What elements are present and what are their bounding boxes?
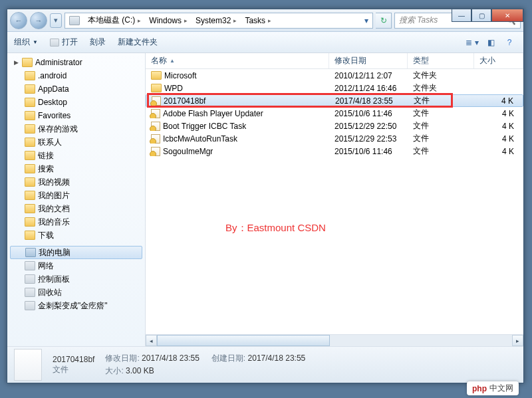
tree-item[interactable]: 我的电脑 <box>10 246 142 259</box>
folder-icon <box>25 231 35 240</box>
close-button[interactable]: ✕ <box>491 9 523 22</box>
col-date[interactable]: 修改日期 <box>329 53 408 68</box>
folder-icon <box>25 204 35 213</box>
file-row[interactable]: Adobe Flash Player Updater2015/10/6 11:4… <box>146 107 523 120</box>
tree-item[interactable]: Desktop <box>7 96 145 109</box>
file-list: 名称▲ 修改日期 类型 大小 Microsoft2010/12/11 2:07文… <box>146 53 523 346</box>
tree-item[interactable]: 金刺梨变成"金疙瘩" <box>7 299 145 312</box>
refresh-button[interactable]: ↻ <box>376 13 392 29</box>
tree-item-label: 我的音乐 <box>38 217 70 228</box>
details-file-icon <box>14 349 42 381</box>
nav-back-button[interactable]: ← <box>10 12 27 29</box>
tree-item[interactable]: 下载 <box>7 229 145 242</box>
watermark-text: By：Eastmount CSDN <box>225 222 326 235</box>
view-options-icon[interactable]: ≣ ▾ <box>465 36 479 49</box>
file-row[interactable]: Microsoft2010/12/11 2:07文件夹 <box>146 69 523 82</box>
addr-dropdown-icon[interactable]: ▾ <box>360 13 372 28</box>
tree-item[interactable]: 搜索 <box>7 162 145 175</box>
details-size-value: 3.00 KB <box>126 366 154 375</box>
crumb-1[interactable]: Windows▸ <box>145 13 192 28</box>
tree-node-icon <box>25 288 35 297</box>
details-create-label: 创建日期: <box>211 353 245 363</box>
site-badge: php中文网 <box>467 381 519 395</box>
crumb-2[interactable]: System32▸ <box>192 13 241 28</box>
file-icon <box>151 109 160 118</box>
file-name: 20170418bf <box>164 96 205 106</box>
burn-button[interactable]: 刻录 <box>90 37 106 48</box>
folder-icon <box>25 111 35 120</box>
tree-item-label: 链接 <box>38 150 54 161</box>
file-row[interactable]: SogouImeMgr2015/10/6 11:46文件4 K <box>146 145 523 157</box>
file-size: 4 K <box>474 147 523 156</box>
help-icon[interactable]: ? <box>502 36 517 49</box>
details-pane: 20170418bf 文件 修改日期: 2017/4/18 23:55 创建日期… <box>7 346 523 383</box>
scroll-thumb[interactable] <box>157 335 330 346</box>
nav-history-dropdown[interactable]: ▾ <box>50 13 62 28</box>
tree-node-icon <box>25 248 36 257</box>
tree-item-label: 回收站 <box>38 287 62 298</box>
horizontal-scrollbar[interactable]: ◂ ▸ <box>146 334 523 346</box>
file-row[interactable]: Boot Trigger ICBC Task2015/12/29 22:50文件… <box>146 120 523 132</box>
tree-item-label: 网络 <box>38 260 54 272</box>
file-row[interactable]: WPD2012/11/24 16:46文件夹 <box>146 82 523 94</box>
col-type[interactable]: 类型 <box>408 53 474 68</box>
folder-icon <box>25 84 35 94</box>
tree-item[interactable]: 网络 <box>7 259 145 272</box>
file-name: WPD <box>164 84 183 93</box>
crumb-0[interactable]: 本地磁盘 (C:)▸ <box>84 13 145 28</box>
tree-item[interactable]: 链接 <box>7 149 145 162</box>
organize-button[interactable]: 组织 ▼ <box>14 37 38 48</box>
tree-item[interactable]: 联系人 <box>7 136 145 149</box>
search-placeholder: 搜索 Tasks <box>399 15 438 26</box>
tree-item[interactable]: 回收站 <box>7 286 145 299</box>
col-size[interactable]: 大小 <box>474 53 523 68</box>
file-size: 4 K <box>474 122 523 131</box>
scroll-track[interactable] <box>157 335 512 346</box>
nav-tree[interactable]: ▶Administrator .androidAppDataDesktopFav… <box>7 53 146 346</box>
tree-item[interactable]: 保存的游戏 <box>7 122 145 136</box>
details-create-value: 2017/4/18 23:55 <box>248 353 306 363</box>
file-rows[interactable]: Microsoft2010/12/11 2:07文件夹WPD2012/11/24… <box>146 69 523 334</box>
new-folder-button[interactable]: 新建文件夹 <box>118 37 158 48</box>
maximize-button[interactable]: ▢ <box>471 9 491 22</box>
tree-item-label: 搜索 <box>38 163 54 175</box>
tree-item-label: 保存的游戏 <box>38 124 78 135</box>
folder-icon <box>25 217 35 227</box>
column-headers[interactable]: 名称▲ 修改日期 类型 大小 <box>146 53 523 69</box>
tree-root[interactable]: ▶Administrator <box>7 56 145 69</box>
file-icon <box>151 147 160 156</box>
tree-item[interactable]: 我的图片 <box>7 189 145 202</box>
tree-item-label: 我的文档 <box>38 203 70 215</box>
folder-icon <box>25 177 35 187</box>
file-date: 2010/12/11 2:07 <box>329 71 408 80</box>
details-size-label: 大小: <box>105 366 123 375</box>
tree-item[interactable]: 控制面板 <box>7 272 145 286</box>
col-name[interactable]: 名称▲ <box>146 53 329 68</box>
file-row[interactable]: 20170418bf2017/4/18 23:55文件4 K <box>146 94 523 107</box>
open-button[interactable]: 打开 <box>50 37 78 48</box>
scroll-left-icon[interactable]: ◂ <box>146 335 157 346</box>
tree-item[interactable]: AppData <box>7 82 145 96</box>
addr-drive-icon <box>65 13 84 28</box>
tree-node-icon <box>25 301 35 310</box>
nav-forward-button[interactable]: → <box>30 12 47 29</box>
scroll-right-icon[interactable]: ▸ <box>512 335 523 346</box>
tree-item[interactable]: 我的音乐 <box>7 215 145 229</box>
address-bar[interactable]: 本地磁盘 (C:)▸ Windows▸ System32▸ Tasks▸ ▾ <box>65 13 373 29</box>
file-date: 2017/4/18 23:55 <box>330 96 408 106</box>
details-mod-value: 2017/4/18 23:55 <box>142 353 200 363</box>
tree-item[interactable]: 我的文档 <box>7 202 145 215</box>
file-icon <box>151 122 160 131</box>
file-row[interactable]: IcbcMwAutoRunTask2015/12/29 22:53文件4 K <box>146 132 523 145</box>
minimize-button[interactable]: — <box>452 9 471 22</box>
tree-item[interactable]: .android <box>7 69 145 82</box>
file-size: 4 K <box>474 109 523 118</box>
file-icon <box>151 134 160 144</box>
preview-pane-icon[interactable]: ◧ <box>483 36 498 49</box>
folder-icon <box>25 124 35 134</box>
folder-icon <box>151 71 162 80</box>
tree-item[interactable]: Favorites <box>7 109 145 122</box>
tree-item-label: 我的电脑 <box>39 247 70 258</box>
crumb-3[interactable]: Tasks▸ <box>241 13 275 28</box>
tree-item[interactable]: 我的视频 <box>7 175 145 189</box>
